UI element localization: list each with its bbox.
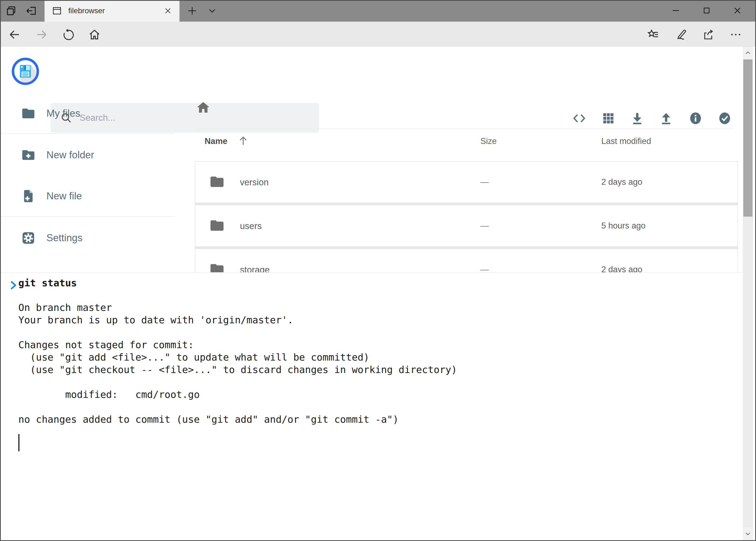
file-modified: 5 hours ago <box>601 221 645 231</box>
favorites-list-icon <box>647 28 660 41</box>
sidebar-item-label: My files <box>46 108 80 119</box>
forward-arrow-icon <box>35 28 48 41</box>
file-size: — <box>480 177 489 187</box>
tab-list-button[interactable] <box>205 4 219 18</box>
create-folder-icon <box>21 148 36 162</box>
refresh-icon <box>62 28 75 41</box>
prompt-chevron-icon <box>9 280 18 290</box>
sidebar-divider <box>0 134 174 134</box>
switch-view-button[interactable] <box>601 111 616 126</box>
sort-up-arrow-icon[interactable] <box>237 135 249 147</box>
create-file-icon <box>21 189 36 204</box>
refresh-button[interactable] <box>61 27 76 42</box>
maximize-icon <box>702 6 711 15</box>
file-row-version[interactable]: version — 2 days ago <box>195 162 738 203</box>
tab-filebrowser[interactable]: filebrowser <box>45 0 179 22</box>
home-icon <box>196 101 210 115</box>
upload-icon <box>659 111 673 125</box>
column-header-name[interactable]: Name <box>205 136 227 146</box>
download-icon <box>630 111 644 125</box>
column-header-modified[interactable]: Last modified <box>601 136 651 146</box>
favorites-hub-button[interactable] <box>645 27 661 42</box>
file-size: — <box>480 221 489 231</box>
file-name: version <box>240 177 269 188</box>
terminal-cursor <box>18 434 19 451</box>
terminal-panel[interactable]: git status On branch master Your branch … <box>1 272 743 540</box>
chevron-down-icon <box>207 5 217 16</box>
header-divider <box>195 129 733 129</box>
home-button[interactable] <box>87 27 102 42</box>
sidebar-item-settings[interactable]: Settings <box>0 218 178 258</box>
minimize-icon <box>671 6 680 15</box>
sidebar-item-label: New file <box>46 191 82 202</box>
pen-icon <box>674 28 687 41</box>
tab-preview-icon <box>5 5 17 17</box>
grid-view-icon <box>602 112 615 125</box>
upload-button[interactable] <box>659 111 673 126</box>
ellipsis-icon <box>729 28 742 41</box>
scrollbar-down-button[interactable] <box>743 527 753 540</box>
settings-more-button[interactable] <box>728 27 743 42</box>
file-info-button[interactable] <box>688 111 703 126</box>
file-modified: 2 days ago <box>601 177 642 187</box>
close-icon <box>733 6 742 15</box>
page-scrollbar[interactable] <box>743 46 753 540</box>
back-arrow-icon <box>8 28 21 41</box>
terminal-output: On branch master Your branch is up to da… <box>18 301 457 426</box>
home-outline-icon <box>88 28 101 41</box>
app-header <box>1 47 743 97</box>
sidebar-item-label: Settings <box>46 232 83 244</box>
file-row-users[interactable]: users — 5 hours ago <box>195 205 738 246</box>
sidebar-item-new-folder[interactable]: New folder <box>0 135 178 175</box>
browser-toolbar: filebrowser.web /files/ <box>0 22 756 46</box>
sidebar-item-label: New folder <box>46 149 94 161</box>
set-tabs-aside-button[interactable] <box>24 4 38 18</box>
check-circle-icon <box>718 111 732 125</box>
annotate-button[interactable] <box>673 27 688 42</box>
code-icon <box>572 111 587 126</box>
share-icon <box>702 28 715 41</box>
new-tab-button[interactable] <box>185 4 199 18</box>
window-close-button[interactable] <box>723 0 751 21</box>
sidebar-divider <box>0 216 174 217</box>
sidebar-item-new-file[interactable]: New file <box>0 176 178 216</box>
plus-icon <box>186 5 198 16</box>
forward-button[interactable] <box>34 27 49 42</box>
chevron-down-icon <box>744 530 751 537</box>
folder-icon <box>209 174 225 190</box>
tab-bar: filebrowser <box>0 0 756 22</box>
tab-favicon <box>52 6 62 16</box>
chevron-up-icon <box>744 49 751 56</box>
settings-icon <box>21 231 36 245</box>
download-button[interactable] <box>630 111 644 126</box>
tab-close-icon[interactable] <box>164 7 172 15</box>
filebrowser-logo <box>12 58 39 85</box>
scrollbar-up-button[interactable] <box>743 46 753 59</box>
tab-title: filebrowser <box>68 6 164 15</box>
browser-window: filebrowser <box>0 0 756 541</box>
window-minimize-button[interactable] <box>662 0 690 21</box>
window-maximize-button[interactable] <box>692 0 721 21</box>
scrollbar-thumb[interactable] <box>743 59 752 217</box>
sidebar-item-my-files[interactable]: My files <box>0 93 178 134</box>
column-header-size[interactable]: Size <box>480 136 497 146</box>
tab-preview-toggle-button[interactable] <box>4 4 18 18</box>
breadcrumb-home-button[interactable] <box>196 101 210 115</box>
select-multiple-button[interactable] <box>717 111 732 126</box>
info-icon <box>688 111 702 125</box>
set-aside-icon <box>25 5 37 17</box>
share-button[interactable] <box>701 27 716 42</box>
file-listing: version — 2 days ago users — 5 hours ago… <box>195 161 738 290</box>
folder-icon <box>209 218 225 234</box>
terminal-command: git status <box>18 277 77 289</box>
raw-view-button[interactable] <box>572 111 587 126</box>
file-name: users <box>240 221 262 231</box>
back-button[interactable] <box>7 27 22 42</box>
folder-icon <box>21 106 36 121</box>
